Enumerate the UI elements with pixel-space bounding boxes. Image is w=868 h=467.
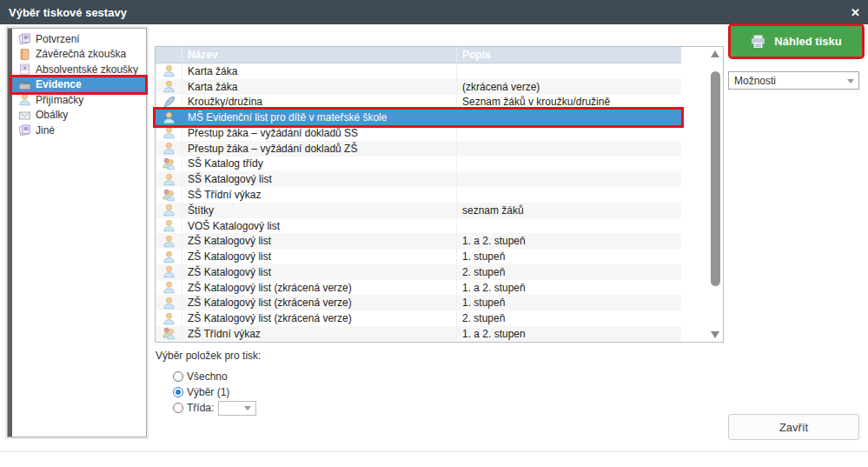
sidebar-item-p-ij-ma-ky[interactable]: Přijímačky [12,92,145,108]
desc-column-header[interactable]: Popis [457,47,681,63]
row-icon-cell [156,171,182,187]
row-icon-cell [156,249,182,264]
book-icon [18,48,31,61]
sidebar-item-absolventsk-zkou-ky[interactable]: Absolventské zkoušky [12,62,145,77]
radio-unchecked-icon[interactable] [173,371,183,382]
table-scrollbar[interactable] [710,49,721,340]
row-name-cell: Kroužky/družina [182,95,457,110]
table-row[interactable]: SŠ Katalog třídy [156,157,681,172]
name-column-header[interactable]: Název [182,47,457,63]
print-report-dialog: Výběr tiskové sestavy ✕ PotvrzeníZávěreč… [0,0,868,467]
sidebar-item-label: Evidence [36,78,82,90]
row-icon-cell [156,95,182,110]
person-group-icon [162,327,176,340]
sidebar-item-potvrzen-[interactable]: Potvrzení [12,31,145,47]
row-icon-cell [156,125,182,141]
row-name-cell: ZŠ Katalogový list (zkrácená verze) [182,280,457,296]
envelope-icon [18,109,31,122]
print-option-v-echno[interactable]: Všechno [173,369,256,384]
row-desc-cell: Seznam žáků v kroužku/družině [457,96,681,108]
person-icon [162,80,176,93]
sidebar-item-jin-[interactable]: Jiné [12,123,145,138]
row-icon-cell [156,233,182,249]
row-desc-cell: (zkrácená verze) [457,81,681,93]
sidebar-item-z-v-re-n-zkou-ka[interactable]: Závěrečná zkouška [12,47,145,63]
close-dialog-label: Zavřít [779,421,808,434]
options-dropdown-value: Možnosti [734,75,776,87]
close-icon[interactable]: ✕ [851,0,860,24]
table-row[interactable]: Přestup žáka – vyžádání dokladů SS [156,125,681,141]
sidebar-item-ob-lky[interactable]: Obálky [12,108,145,123]
row-desc-cell: 1. stupeň [457,297,681,309]
row-desc-cell: 1. a 2. stupeň [457,282,681,294]
row-name-cell: MŠ Evidenční list pro dítě v mateřské šk… [182,110,457,125]
table-row[interactable]: MŠ Evidenční list pro dítě v mateřské šk… [156,110,681,125]
print-option-t-da-[interactable]: Třída: [173,400,256,416]
table-row[interactable]: SŠ Katalogový list [156,171,681,187]
row-name-cell: SŠ Katalogový list [182,171,457,187]
person-icon [162,142,176,155]
table-row[interactable]: ZŠ Třídní výkaz1. a 2. stupen [156,326,681,342]
row-name-cell: ZŠ Katalogový list (zkrácená verze) [182,295,457,310]
category-tree: PotvrzeníZávěrečná zkouškaAbsolventské z… [12,31,145,138]
row-icon-cell [156,63,182,79]
row-icon-cell [156,157,182,172]
printer-icon [751,35,765,49]
class-dropdown[interactable] [218,401,256,416]
row-desc-cell: 2. stupeň [457,266,681,278]
close-dialog-button[interactable]: Zavřít [728,414,859,440]
print-preview-button[interactable]: Náhled tisku [731,26,862,57]
dialog-bottom-divider [0,451,868,452]
radio-label: Výběr (1) [187,386,229,398]
table-row[interactable]: SŠ Třídní výkaz [156,187,681,203]
table-header: Název Popis [156,47,681,63]
row-desc-cell: 1. a 2. stupen [457,328,681,340]
row-desc-cell: 1. a 2. stupeň [457,235,681,247]
table-row[interactable]: ZŠ Katalogový list1. a 2. stupeň [156,233,681,249]
row-name-cell: Přestup žáka – vyžádání dokladů SS [182,125,457,141]
print-option-v-b-r-1-[interactable]: Výběr (1) [173,384,256,400]
row-name-cell: ZŠ Katalogový list [182,264,457,280]
chevron-down-icon [244,406,251,410]
radio-unchecked-icon[interactable] [173,403,183,413]
folder-icon [18,78,31,91]
row-name-cell: ZŠ Katalogový list (zkrácená verze) [182,310,457,326]
sidebar-item-evidence[interactable]: Evidence [12,77,145,93]
scrollbar-thumb[interactable] [711,71,720,286]
row-name-cell: Karta žáka [182,63,457,79]
person-icon [18,93,31,106]
table-row[interactable]: ZŠ Katalogový list1. stupeň [156,249,681,264]
row-icon-cell [156,187,182,203]
table-row[interactable]: Karta žáka [156,63,681,79]
report-table: Název Popis Karta žákaKarta žáka(zkrácen… [155,46,724,343]
radio-checked-icon[interactable] [173,387,183,397]
table-row[interactable]: ZŠ Katalogový list (zkrácená verze)2. st… [156,310,681,326]
radio-label: Třída: [187,402,214,414]
table-row[interactable]: Karta žáka(zkrácená verze) [156,79,681,95]
person-icon [162,219,176,232]
table-row[interactable]: Štítkyseznam žáků [156,203,681,218]
person-group-icon [162,189,176,202]
person-icon [162,312,176,325]
sidebar-item-label: Obálky [36,109,68,121]
table-row[interactable]: Přestup žáka – vyžádání dokladů ZŠ [156,141,681,157]
row-name-cell: Štítky [182,203,457,218]
row-icon-cell [156,264,182,280]
row-name-cell: Karta žáka [182,79,457,95]
table-row[interactable]: ZŠ Katalogový list2. stupeň [156,264,681,280]
table-row[interactable]: ZŠ Katalogový list (zkrácená verze)1. a … [156,280,681,296]
papers-icon [18,32,31,45]
row-icon-cell [156,79,182,95]
icon-column-header [156,47,182,63]
row-name-cell: VOŠ Katalogový list [182,218,457,234]
table-row[interactable]: ZŠ Katalogový list (zkrácená verze)1. st… [156,295,681,310]
options-dropdown[interactable]: Možnosti [728,71,859,90]
row-name-cell: Přestup žáka – vyžádání dokladů ZŠ [182,141,457,157]
scroll-down-icon[interactable] [711,331,719,338]
scroll-up-icon[interactable] [711,50,719,57]
person-icon [162,126,176,139]
table-row[interactable]: VOŠ Katalogový list [156,218,681,234]
person-icon [162,235,176,248]
table-row[interactable]: Kroužky/družinaSeznam žáků v kroužku/dru… [156,95,681,110]
radio-label: Všechno [187,370,228,383]
